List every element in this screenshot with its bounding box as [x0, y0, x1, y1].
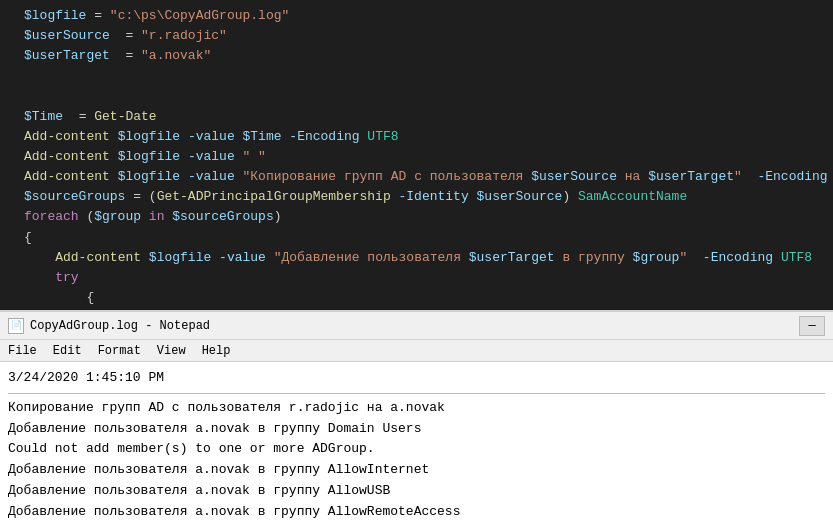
log-line-5: Добавление пользователя a.novak в группу… [8, 460, 825, 481]
minimize-button[interactable]: — [799, 316, 825, 336]
code-line-5 [24, 89, 32, 104]
code-line-6: $Time = Get-Date [24, 109, 157, 124]
notepad-title-text: CopyAdGroup.log - Notepad [30, 319, 210, 333]
code-line-1: $logfile = "c:\ps\CopyAdGroup.log" [24, 8, 289, 23]
code-line-8: Add-content $logfile -value " " [24, 149, 266, 164]
code-line-11: foreach ($group in $sourceGroups) [24, 209, 282, 224]
code-line-10: $sourceGroups = (Get-ADPrincipalGroupMem… [24, 189, 687, 204]
ps-var: $logfile [24, 8, 86, 23]
log-line-6: Добавление пользователя a.novak в группу… [8, 481, 825, 502]
code-line-13: Add-content $logfile -value "Добавление … [24, 250, 812, 265]
menu-file[interactable]: File [8, 344, 37, 358]
code-line-4 [24, 68, 32, 83]
menu-edit[interactable]: Edit [53, 344, 82, 358]
notepad-menubar: File Edit Format View Help [0, 340, 833, 362]
code-line-15: { [24, 290, 94, 305]
menu-view[interactable]: View [157, 344, 186, 358]
log-line-7: Добавление пользователя a.novak в группу… [8, 502, 825, 523]
log-divider [8, 393, 825, 394]
code-line-12: { [24, 230, 32, 245]
notepad-controls: — [799, 316, 825, 336]
menu-help[interactable]: Help [202, 344, 231, 358]
notepad-window: 📄 CopyAdGroup.log - Notepad — File Edit … [0, 310, 833, 525]
menu-format[interactable]: Format [98, 344, 141, 358]
log-line-3: Добавление пользователя a.novak в группу… [8, 419, 825, 440]
code-line-14: try [24, 270, 79, 285]
notepad-content-area: 3/24/2020 1:45:10 PM Копирование групп A… [0, 362, 833, 525]
code-line-9: Add-content $logfile -value "Копирование… [24, 169, 833, 184]
notepad-title-left: 📄 CopyAdGroup.log - Notepad [8, 318, 210, 334]
log-line-2: Копирование групп AD с пользователя r.ra… [8, 398, 825, 419]
code-line-3: $userTarget = "a.novak" [24, 48, 211, 63]
log-line-4: Could not add member(s) to one or more A… [8, 439, 825, 460]
ps-code-area: $logfile = "c:\ps\CopyAdGroup.log" $user… [0, 0, 833, 310]
notepad-icon: 📄 [8, 318, 24, 334]
code-line-7: Add-content $logfile -value $Time -Encod… [24, 129, 399, 144]
notepad-titlebar: 📄 CopyAdGroup.log - Notepad — [0, 312, 833, 340]
code-line-2: $userSource = "r.radojic" [24, 28, 227, 43]
ps-editor: $logfile = "c:\ps\CopyAdGroup.log" $user… [0, 0, 833, 310]
log-line-1: 3/24/2020 1:45:10 PM [8, 368, 825, 389]
